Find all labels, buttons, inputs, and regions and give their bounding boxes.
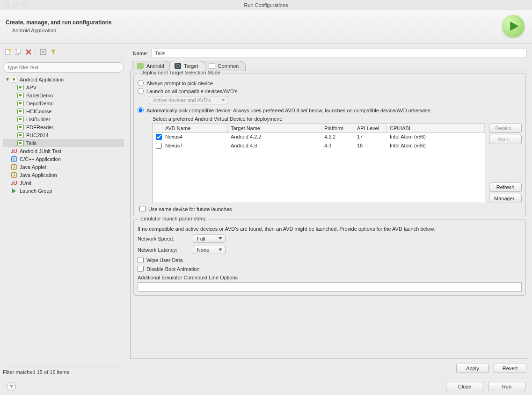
revert-button[interactable]: Revert — [494, 364, 526, 373]
radio-always-prompt[interactable] — [138, 80, 144, 86]
radio-launch-all[interactable] — [138, 88, 144, 94]
extra-options-label: Additional Emulator Command Line Options — [138, 275, 522, 280]
common-icon — [209, 63, 215, 69]
avd-table[interactable]: AVD Name Target Name Platform API Level … — [153, 124, 485, 203]
tree-config-pdfreader[interactable]: PDFReader — [3, 123, 124, 131]
svg-marker-0 — [510, 22, 518, 30]
filter-status: Filter matched 15 of 16 items — [3, 366, 124, 375]
net-latency-dropdown[interactable]: None — [193, 246, 226, 254]
emulator-legend: Emulator launch parameters: — [138, 216, 208, 221]
target-icon — [175, 63, 181, 69]
active-devices-dropdown: Active devices and AVD's — [149, 96, 228, 104]
svg-rect-4 — [17, 49, 21, 53]
tree-type-java-applet[interactable]: JJava Applet — [3, 163, 124, 171]
tree-label: Android Application — [20, 77, 64, 82]
avd-row-nexus7[interactable]: Nexus7Android 4.34.318Intel Atom (x86) — [153, 142, 485, 151]
manager-button[interactable]: Manager... — [489, 194, 522, 203]
tree-config-depotdemo[interactable]: DepotDemo — [3, 99, 124, 107]
filter-input[interactable] — [3, 62, 124, 73]
avd-row-nexus4[interactable]: Nexus4Android 4.2.24.2.217Intel Atom (x8… — [153, 133, 485, 142]
avd-caption: Select a preferred Android Virtual Devic… — [153, 116, 522, 122]
delete-config-button[interactable] — [24, 48, 33, 56]
window-zoom-button[interactable] — [22, 2, 27, 7]
tree-type-java-application[interactable]: JJava Application — [3, 171, 124, 179]
tree-type-junit[interactable]: JUJUnit — [3, 179, 124, 187]
net-speed-dropdown[interactable]: Full — [193, 234, 226, 243]
tree-config-babeldemo[interactable]: BabelDemo — [3, 91, 124, 99]
tree-type-c-c-application[interactable]: CC/C++ Application — [3, 155, 124, 163]
header-band: Create, manage, and run configurations A… — [0, 10, 532, 44]
config-tree[interactable]: ▼ Android Application APVBabelDemoDepotD… — [3, 75, 124, 366]
tab-android[interactable]: Android — [132, 61, 171, 71]
header-title: Create, manage, and run configurations — [6, 19, 502, 26]
tree-config-apv[interactable]: APV — [3, 83, 124, 91]
name-input[interactable] — [152, 49, 526, 58]
refresh-button[interactable]: Refresh — [489, 183, 522, 192]
window-close-button[interactable] — [4, 2, 9, 7]
window-title: Run Configurations — [0, 2, 532, 8]
deployment-legend: Deployment Target Selection Mode — [138, 71, 222, 75]
tree-config-hcicourse[interactable]: HCICourse — [3, 107, 124, 115]
disable-boot-anim-checkbox[interactable] — [138, 266, 144, 272]
new-config-button[interactable] — [4, 48, 12, 56]
radio-auto-pick[interactable] — [138, 107, 144, 113]
details-button[interactable]: Details... — [489, 124, 522, 133]
deployment-group: Deployment Target Selection Mode Always … — [133, 73, 526, 216]
close-button[interactable]: Close — [446, 382, 483, 391]
net-speed-label: Network Speed: — [138, 236, 189, 241]
tree-root-android-application[interactable]: ▼ Android Application — [3, 75, 124, 83]
use-same-device-checkbox[interactable] — [139, 206, 146, 212]
avd-checkbox[interactable] — [156, 143, 162, 149]
avd-checkbox[interactable] — [156, 134, 162, 140]
name-label: Name: — [133, 51, 148, 56]
window-minimize-button[interactable] — [13, 2, 18, 7]
tab-common[interactable]: Common — [204, 61, 246, 71]
tree-type-android-junit-test[interactable]: JUAndroid JUnit Test — [3, 147, 124, 155]
emulator-group: Emulator launch parameters: If no compat… — [133, 219, 526, 296]
start-button[interactable]: Start... — [489, 135, 522, 144]
tree-config-talis[interactable]: Talis — [3, 139, 124, 147]
header-subtitle: Android Application — [12, 28, 502, 33]
run-hero-icon — [502, 15, 525, 37]
titlebar: Run Configurations — [0, 0, 532, 10]
svg-rect-2 — [8, 49, 11, 51]
filter-menu-button[interactable] — [49, 48, 58, 56]
sidebar-toolbar — [3, 47, 124, 59]
tree-config-puc2014[interactable]: PUC2014 — [3, 131, 124, 139]
android-icon — [137, 63, 144, 69]
tab-bar: Android Target Common — [130, 61, 529, 71]
collapse-all-button[interactable] — [39, 48, 47, 56]
apply-button[interactable]: Apply — [456, 364, 489, 373]
run-button[interactable]: Run — [488, 382, 525, 391]
tree-config-listbuilder[interactable]: ListBuilder — [3, 115, 124, 123]
extra-options-input[interactable] — [138, 282, 522, 292]
wipe-user-data-checkbox[interactable] — [138, 257, 144, 263]
tree-type-launch-group[interactable]: Launch Group — [3, 187, 124, 195]
emulator-note: If no compatible and active devices or A… — [138, 226, 522, 232]
tab-target[interactable]: Target — [169, 61, 205, 71]
duplicate-config-button[interactable] — [14, 48, 22, 56]
net-latency-label: Network Latency: — [138, 247, 189, 253]
help-button[interactable]: ? — [7, 382, 16, 391]
